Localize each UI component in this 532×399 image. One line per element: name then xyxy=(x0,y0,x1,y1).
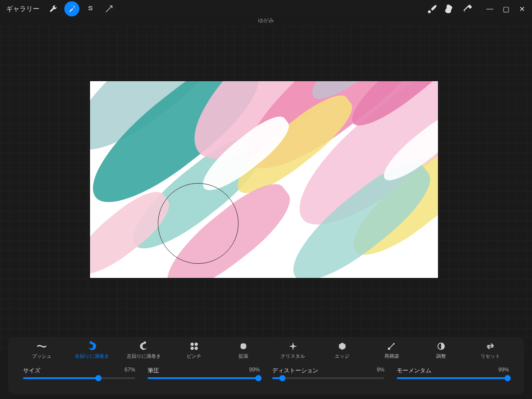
mode-pinch[interactable]: ピンチ xyxy=(178,341,210,360)
slider-value: 99% xyxy=(249,367,260,375)
slider-distortion: ディストーション 9% xyxy=(272,367,384,379)
svg-point-1 xyxy=(195,343,198,346)
mode-edge[interactable]: エッジ xyxy=(326,341,358,360)
slider-value: 9% xyxy=(377,367,384,375)
slider-knob[interactable] xyxy=(279,375,286,381)
slider-label: 筆圧 xyxy=(148,367,159,375)
canvas-area[interactable] xyxy=(0,26,532,354)
arrow-button[interactable] xyxy=(102,1,117,16)
wand-button[interactable] xyxy=(64,1,79,16)
eraser-icon[interactable] xyxy=(462,3,473,15)
slider-label: サイズ xyxy=(23,367,40,375)
edge-icon xyxy=(337,341,347,351)
expand-icon xyxy=(239,341,248,351)
brush-icon[interactable] xyxy=(426,3,438,15)
mode-rebuild[interactable]: 再構築 xyxy=(376,341,407,360)
mode-label: 右回りに渦巻き xyxy=(75,353,109,360)
mode-adjust[interactable]: 調整 xyxy=(425,341,457,360)
tool-subtitle: ゆがみ xyxy=(0,17,532,24)
twirl-left-icon xyxy=(139,341,149,351)
mode-label: リセット xyxy=(481,353,500,360)
mode-push[interactable]: プッシュ xyxy=(26,341,58,360)
slider-momentum: モーメンタム 99% xyxy=(397,367,509,379)
mode-reset[interactable]: リセット xyxy=(474,341,506,360)
slider-knob[interactable] xyxy=(505,375,511,381)
adjust-icon xyxy=(436,341,446,351)
crystal-icon xyxy=(288,341,298,351)
slider-track[interactable] xyxy=(397,377,509,379)
mode-twirl-left[interactable]: 左回りに渦巻き xyxy=(127,341,161,360)
wand-icon xyxy=(68,5,76,13)
slider-fill xyxy=(397,377,508,379)
wrench-button[interactable] xyxy=(46,1,61,16)
slider-label: モーメンタム xyxy=(397,367,431,375)
rebuild-icon xyxy=(387,341,396,351)
slider-knob[interactable] xyxy=(255,375,262,381)
window-close-button[interactable]: ✕ xyxy=(518,5,526,13)
s-icon xyxy=(86,5,94,13)
slider-fill xyxy=(23,377,98,379)
window-minimize-button[interactable]: — xyxy=(486,5,494,13)
mode-label: 再構築 xyxy=(384,353,399,360)
pinch-icon xyxy=(189,341,199,351)
svg-point-3 xyxy=(195,347,198,350)
gallery-button[interactable]: ギャラリー xyxy=(4,5,42,13)
artboard[interactable] xyxy=(90,81,438,278)
slider-knob[interactable] xyxy=(95,375,102,381)
window-controls: — ▢ ✕ xyxy=(483,5,528,13)
svg-rect-4 xyxy=(241,344,246,349)
mode-label: プッシュ xyxy=(32,353,51,360)
twirl-right-icon xyxy=(87,341,97,351)
mode-label: 調整 xyxy=(436,353,446,360)
svg-point-0 xyxy=(191,343,194,346)
mode-twirl-right[interactable]: 右回りに渦巻き xyxy=(75,341,109,360)
smudge-icon[interactable] xyxy=(444,3,456,15)
mode-label: クリスタル xyxy=(281,353,305,360)
mode-expand[interactable]: 拡張 xyxy=(227,341,259,360)
slider-track[interactable] xyxy=(23,377,135,379)
slider-value: 99% xyxy=(498,367,509,375)
slider-track[interactable] xyxy=(272,377,384,379)
mode-row: プッシュ 右回りに渦巻き 左回りに渦巻き ピンチ 拡張 クリスタル エッジ xyxy=(23,341,509,360)
arrow-icon xyxy=(105,5,113,13)
slider-pressure: 筆圧 99% xyxy=(148,367,260,379)
svg-point-2 xyxy=(191,347,194,350)
mode-label: エッジ xyxy=(335,353,349,360)
top-toolbar: ギャラリー — ▢ ✕ xyxy=(0,0,532,18)
mode-label: 左回りに渦巻き xyxy=(127,353,161,360)
selection-button[interactable] xyxy=(83,1,98,16)
mode-crystal[interactable]: クリスタル xyxy=(277,341,309,360)
slider-value: 67% xyxy=(125,367,135,375)
liquify-panel: プッシュ 右回りに渦巻き 左回りに渦巻き ピンチ 拡張 クリスタル エッジ xyxy=(8,337,524,395)
slider-size: サイズ 67% xyxy=(23,367,135,379)
slider-label: ディストーション xyxy=(272,367,318,375)
window-maximize-button[interactable]: ▢ xyxy=(502,5,510,13)
mode-label: ピンチ xyxy=(187,353,201,360)
push-icon xyxy=(37,341,47,351)
mode-label: 拡張 xyxy=(239,353,248,360)
slider-row: サイズ 67% 筆圧 99% ディストーション 9% xyxy=(23,367,509,379)
slider-track[interactable] xyxy=(148,377,260,379)
slider-fill xyxy=(148,377,258,379)
wrench-icon xyxy=(49,5,57,13)
reset-icon xyxy=(485,341,495,351)
right-tools xyxy=(426,3,473,15)
